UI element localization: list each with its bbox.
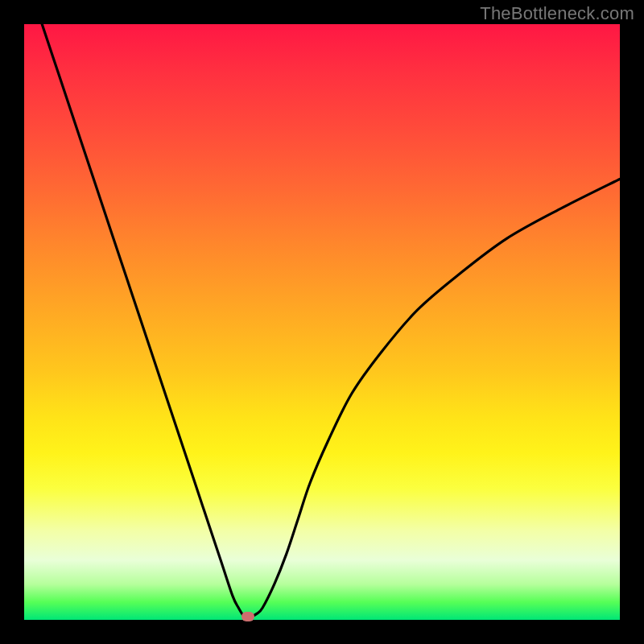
minimum-marker (242, 612, 254, 621)
chart-frame: TheBottleneck.com (0, 0, 644, 644)
watermark-text: TheBottleneck.com (480, 3, 634, 24)
bottleneck-curve (42, 24, 620, 617)
plot-area (24, 24, 620, 620)
curve-svg (24, 24, 620, 620)
